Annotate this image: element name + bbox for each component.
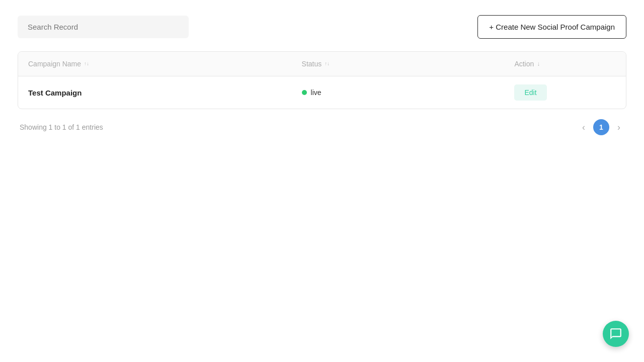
- page-container: + Create New Social Proof Campaign Campa…: [0, 0, 644, 362]
- table-header: Campaign Name ↑↓ Status ↑↓ Action: [18, 52, 626, 76]
- column-label-campaign-name: Campaign Name: [28, 60, 81, 68]
- table-row: Test Campaign live Edit: [18, 76, 626, 109]
- chat-icon: [609, 327, 622, 340]
- search-input[interactable]: [18, 16, 189, 38]
- sort-icon-action: ↓: [537, 60, 540, 67]
- column-label-action: Action: [514, 60, 534, 68]
- sort-icon-status: ↑↓: [325, 61, 330, 66]
- create-campaign-button[interactable]: + Create New Social Proof Campaign: [477, 15, 626, 39]
- campaign-action-cell: Edit: [504, 76, 626, 109]
- status-dot: [302, 90, 307, 95]
- pagination: ‹ 1 ›: [578, 119, 624, 135]
- column-header-campaign-name[interactable]: Campaign Name ↑↓: [18, 52, 292, 76]
- entries-info: Showing 1 to 1 of 1 entries: [20, 123, 103, 131]
- table-footer: Showing 1 to 1 of 1 entries ‹ 1 ›: [18, 119, 626, 135]
- campaigns-table-wrapper: Campaign Name ↑↓ Status ↑↓ Action: [18, 51, 626, 109]
- current-page-number[interactable]: 1: [593, 119, 609, 135]
- edit-button[interactable]: Edit: [514, 84, 546, 101]
- status-text: live: [311, 88, 321, 97]
- next-page-button[interactable]: ›: [613, 120, 624, 135]
- campaigns-table: Campaign Name ↑↓ Status ↑↓ Action: [18, 52, 626, 109]
- campaign-name-cell: Test Campaign: [18, 76, 292, 109]
- column-header-action[interactable]: Action ↓: [504, 52, 626, 76]
- chat-fab-button[interactable]: [603, 321, 629, 347]
- prev-page-button[interactable]: ‹: [578, 120, 589, 135]
- campaign-status-cell: live: [292, 76, 505, 109]
- sort-icon-campaign: ↑↓: [84, 61, 89, 66]
- table-body: Test Campaign live Edit: [18, 76, 626, 109]
- column-label-status: Status: [302, 60, 322, 68]
- campaign-name-value: Test Campaign: [28, 88, 82, 97]
- column-header-status[interactable]: Status ↑↓: [292, 52, 505, 76]
- top-bar: + Create New Social Proof Campaign: [18, 15, 626, 39]
